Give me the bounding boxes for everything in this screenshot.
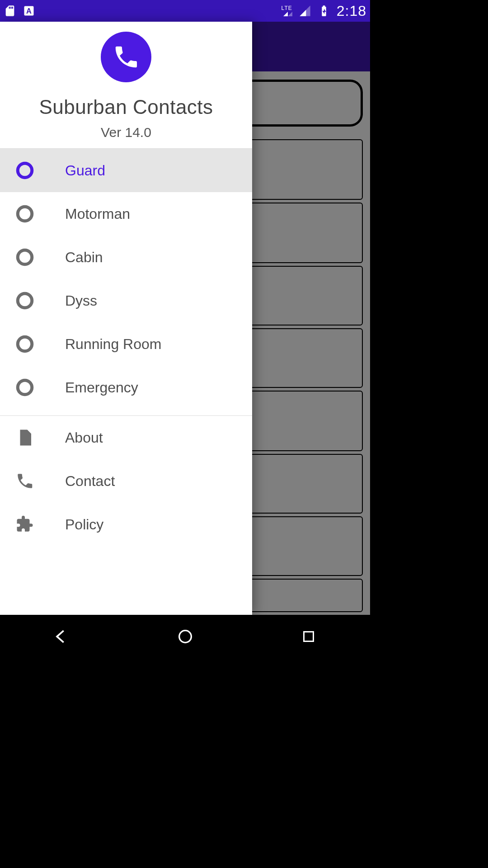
home-button[interactable] <box>151 623 219 650</box>
drawer-header: Suburban Contacts Ver 14.0 <box>0 22 252 148</box>
status-bar: A LTE 2:18 <box>0 0 370 22</box>
extension-icon <box>15 515 34 534</box>
donut-icon <box>15 204 34 223</box>
drawer-item-label: Emergency <box>65 379 138 396</box>
drawer-item-cabin[interactable]: Cabin <box>0 236 252 279</box>
svg-marker-3 <box>288 12 292 16</box>
status-time: 2:18 <box>337 3 366 19</box>
drawer-title: Suburban Contacts <box>0 96 252 118</box>
drawer-item-label: About <box>65 429 103 446</box>
app-logo-phone-icon <box>101 32 151 82</box>
svg-marker-2 <box>283 12 288 16</box>
sd-card-icon <box>4 5 16 17</box>
drawer-item-label: Policy <box>65 516 103 533</box>
drawer-item-policy[interactable]: Policy <box>0 503 252 546</box>
drawer-item-dyss[interactable]: Dyss <box>0 279 252 322</box>
drawer-item-label: Motorman <box>65 206 130 222</box>
recent-apps-button[interactable] <box>275 623 343 650</box>
svg-point-6 <box>179 631 191 643</box>
drawer-item-label: Contact <box>65 473 115 490</box>
drawer-item-contact[interactable]: Contact <box>0 459 252 503</box>
navigation-drawer: Suburban Contacts Ver 14.0 Guard Motorma… <box>0 22 252 615</box>
donut-icon <box>15 291 34 310</box>
donut-icon <box>15 378 34 397</box>
back-button[interactable] <box>28 623 96 650</box>
lte-indicator: LTE <box>282 5 292 16</box>
file-icon <box>15 428 34 447</box>
signal-icon <box>299 5 311 17</box>
drawer-item-label: Running Room <box>65 336 161 353</box>
drawer-item-label: Guard <box>65 162 105 179</box>
drawer-item-running-room[interactable]: Running Room <box>0 322 252 366</box>
donut-icon <box>15 335 34 354</box>
svg-rect-7 <box>304 632 313 642</box>
drawer-version: Ver 14.0 <box>0 125 252 140</box>
drawer-item-label: Dyss <box>65 292 97 309</box>
drawer-item-about[interactable]: About <box>0 416 252 459</box>
system-nav-bar <box>0 615 370 658</box>
donut-icon <box>15 161 34 180</box>
donut-icon <box>15 248 34 267</box>
drawer-item-motorman[interactable]: Motorman <box>0 192 252 236</box>
drawer-item-label: Cabin <box>65 249 103 266</box>
drawer-item-guard[interactable]: Guard <box>0 149 252 192</box>
drawer-list-primary: Guard Motorman Cabin Dyss <box>0 149 252 409</box>
svg-text:A: A <box>26 7 32 15</box>
drawer-item-emergency[interactable]: Emergency <box>0 366 252 409</box>
drawer-list-secondary: About Contact Policy <box>0 416 252 546</box>
svg-marker-5 <box>300 10 306 16</box>
battery-charging-icon <box>318 5 330 17</box>
phone-icon <box>15 472 34 491</box>
voice-search-icon: A <box>23 5 35 17</box>
